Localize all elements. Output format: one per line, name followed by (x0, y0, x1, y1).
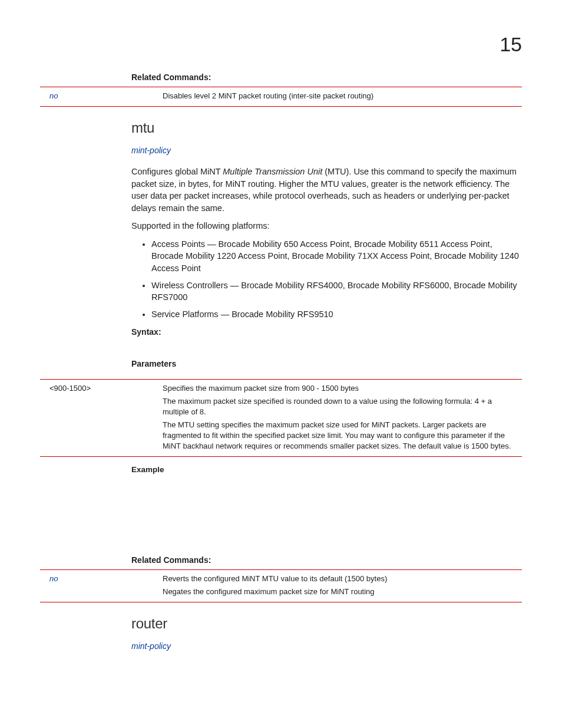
table-row: <900-1500> Specifies the maximum packet … (40, 380, 522, 456)
command-link-no-1[interactable]: no (40, 87, 158, 106)
chapter-number: 15 (40, 33, 522, 56)
param-desc-line: Specifies the maximum packet size from 9… (163, 383, 517, 394)
param-desc: Specifies the maximum packet size from 9… (158, 380, 522, 456)
table-row: no Reverts the configured MiNT MTU value… (40, 570, 522, 602)
platforms-list: Access Points — Brocade Mobility 650 Acc… (151, 238, 522, 320)
list-item: Access Points — Brocade Mobility 650 Acc… (151, 238, 522, 275)
table-row: no Disables level 2 MiNT packet routing … (40, 87, 522, 106)
command-desc-line: Negates the configured maximum packet si… (163, 587, 517, 597)
router-heading: router (131, 615, 522, 632)
command-desc-2: Reverts the configured MiNT MTU value to… (158, 570, 522, 602)
command-desc-line: Disables level 2 MiNT packet routing (in… (163, 91, 517, 101)
related-commands-table-2: no Reverts the configured MiNT MTU value… (40, 570, 522, 602)
command-link-no-2[interactable]: no (40, 570, 158, 602)
syntax-heading: Syntax: (131, 327, 522, 337)
mint-policy-link-1[interactable]: mint-policy (131, 146, 171, 155)
supported-line: Supported in the following platforms: (131, 220, 522, 232)
param-desc-line: The maximum packet size specified is rou… (163, 396, 517, 417)
related-commands-table-1: no Disables level 2 MiNT packet routing … (40, 87, 522, 106)
param-key: <900-1500> (40, 380, 158, 456)
example-heading: Example (131, 465, 522, 474)
command-desc-1: Disables level 2 MiNT packet routing (in… (158, 87, 522, 106)
related-commands-heading-2: Related Commands: (131, 555, 522, 565)
mtu-heading: mtu (131, 120, 522, 136)
table-bottom-rule-2 (40, 602, 522, 602)
param-desc-line: The MTU setting specifies the maximum pa… (163, 420, 517, 452)
command-desc-line: Reverts the configured MiNT MTU value to… (163, 574, 517, 584)
parameters-table: <900-1500> Specifies the maximum packet … (40, 380, 522, 456)
mtu-intro: Configures global MiNT Multiple Transmis… (131, 166, 522, 214)
mint-policy-link-2[interactable]: mint-policy (131, 641, 171, 651)
main-content: Related Commands: (131, 73, 522, 82)
param-table-bottom-rule (40, 456, 522, 457)
mtu-intro-em: Multiple Transmission Unit (223, 167, 322, 176)
list-item: Service Platforms — Brocade Mobility RFS… (151, 308, 522, 321)
related-commands-heading-1: Related Commands: (131, 73, 522, 82)
table-bottom-rule-1 (40, 106, 522, 107)
page: 15 Related Commands: no Disables level 2… (0, 0, 562, 680)
mtu-intro-pre: Configures global MiNT (131, 167, 223, 176)
list-item: Wireless Controllers — Brocade Mobility … (151, 279, 522, 304)
parameters-heading: Parameters (131, 359, 522, 368)
